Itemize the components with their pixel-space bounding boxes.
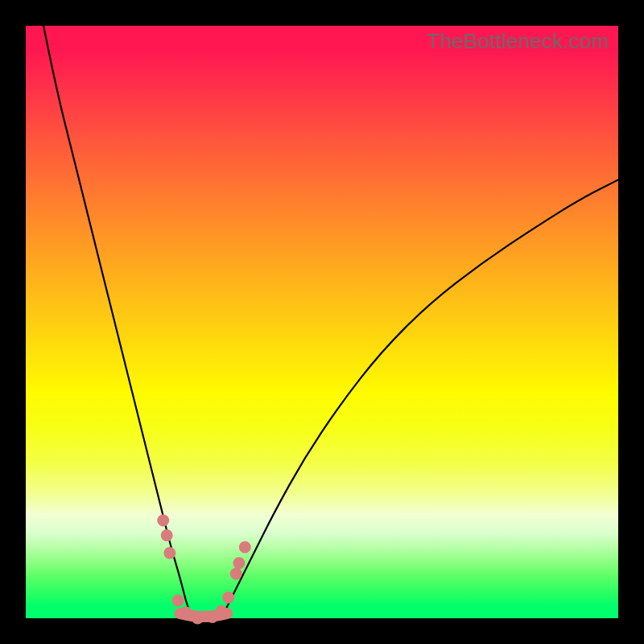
highlight-dot [215, 605, 227, 617]
chart-svg [26, 26, 618, 618]
highlight-dots-group [157, 514, 251, 624]
right-curve-line [221, 180, 618, 618]
chart-plot-area: TheBottleneck.com [26, 26, 618, 618]
chart-frame: TheBottleneck.com [0, 0, 644, 644]
highlight-dot [157, 514, 169, 526]
highlight-dot [222, 592, 234, 604]
highlight-dot [161, 529, 173, 541]
highlight-dot [239, 541, 251, 553]
highlight-dot [172, 594, 184, 606]
highlight-dot [230, 568, 242, 580]
highlight-dot [233, 557, 245, 569]
highlight-dot [163, 547, 175, 559]
highlight-dot [192, 613, 204, 625]
left-curve-line [43, 26, 192, 618]
highlight-dot [180, 606, 192, 618]
